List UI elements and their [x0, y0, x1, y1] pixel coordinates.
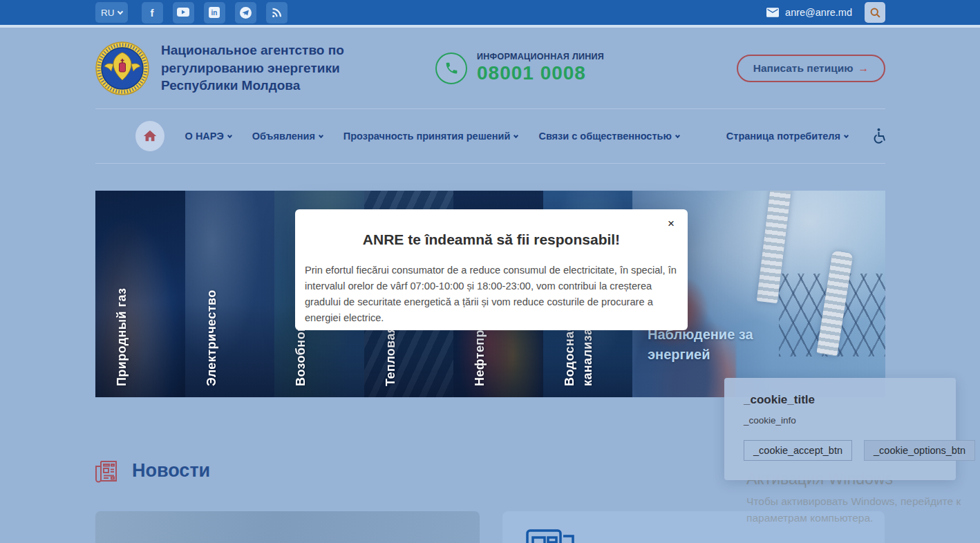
home-button[interactable]	[135, 121, 164, 151]
hero-tile-electricity[interactable]: Электричество	[185, 191, 275, 397]
nav-label: Страница потребителя	[726, 131, 840, 142]
accessibility-button[interactable]	[870, 128, 885, 144]
news-card[interactable]	[502, 511, 885, 543]
cookie-accept-button[interactable]: _cookie_accept_btn	[744, 440, 852, 461]
telegram-icon	[240, 7, 252, 19]
nav-item-about[interactable]: О НАРЭ	[185, 131, 232, 142]
modal-close-button[interactable]: ×	[668, 218, 675, 229]
cookie-title: _cookie_title	[744, 393, 936, 407]
cookie-banner: _cookie_title _cookie_info _cookie_accep…	[724, 378, 956, 480]
browser-windows-icon	[526, 529, 576, 543]
email-link[interactable]: anre@anre.md	[766, 7, 852, 18]
svg-text:in: in	[211, 9, 218, 17]
language-label: RU	[101, 8, 115, 18]
arrow-right-icon: →	[858, 62, 869, 75]
home-icon	[142, 128, 158, 144]
hero-tile-natural-gas[interactable]: Природный газ	[95, 191, 185, 397]
site-header: Национальное агентство по регулированию …	[95, 28, 885, 108]
main-nav: О НАРЭ Объявления Прозрачность принятия …	[95, 108, 885, 164]
rss-icon	[271, 7, 283, 19]
nav-label: Связи с общественностью	[538, 131, 671, 142]
responsibility-modal: × ANRE te îndeamnă să fii responsabil! P…	[295, 209, 688, 330]
phone-circle	[435, 53, 467, 84]
language-selector[interactable]: RU	[95, 2, 128, 23]
search-icon	[869, 7, 881, 19]
nav-item-transparency[interactable]: Прозрачность принятия решений	[343, 131, 518, 142]
modal-title: ANRE te îndeamnă să fii responsabil!	[295, 231, 688, 248]
top-bar: RU f in	[0, 0, 980, 25]
facebook-icon: f	[151, 8, 154, 18]
nav-item-announcements[interactable]: Объявления	[252, 131, 323, 142]
hotline-number: 08001 0008	[477, 62, 604, 84]
chevron-down-icon	[513, 133, 518, 138]
phone-icon	[444, 61, 459, 75]
nav-label: Объявления	[252, 131, 315, 142]
facebook-button[interactable]: f	[142, 2, 163, 23]
linkedin-icon: in	[209, 7, 220, 18]
header-divider	[0, 25, 980, 28]
rss-button[interactable]	[266, 2, 288, 23]
chevron-down-icon	[117, 8, 122, 14]
page: RU f in	[0, 0, 980, 543]
agency-logo[interactable]	[95, 41, 149, 95]
hotline: ИНФОРМАЦИОННАЯ ЛИНИЯ 08001 0008	[435, 52, 604, 84]
youtube-button[interactable]	[173, 2, 194, 23]
modal-body: Prin efortul fiecărui consumator de a re…	[295, 263, 688, 326]
petition-button[interactable]: Написать петицию →	[737, 55, 885, 82]
chevron-down-icon	[675, 133, 680, 138]
chevron-down-icon	[319, 133, 323, 138]
news-cards	[95, 511, 885, 543]
newspaper-icon	[95, 459, 118, 483]
nav-item-consumer-page[interactable]: Страница потребителя	[726, 131, 848, 142]
accessibility-icon	[870, 128, 885, 144]
slide-title: Наблюдение за энергией	[648, 325, 796, 364]
email-text: anre@anre.md	[785, 7, 852, 18]
cookie-options-button[interactable]: _cookie_options_btn	[864, 440, 975, 461]
search-button[interactable]	[865, 2, 885, 23]
nav-label: Прозрачность принятия решений	[343, 131, 511, 142]
nav-item-public-relations[interactable]: Связи с общественностью	[538, 131, 679, 142]
youtube-icon	[177, 8, 189, 17]
telegram-button[interactable]	[235, 2, 256, 23]
chevron-down-icon	[227, 133, 232, 138]
news-card-image[interactable]	[95, 511, 480, 543]
tile-label: Электричество	[203, 191, 221, 386]
nav-label: О НАРЭ	[185, 131, 224, 142]
chevron-down-icon	[844, 133, 849, 138]
hotline-label: ИНФОРМАЦИОННАЯ ЛИНИЯ	[477, 52, 604, 61]
petition-label: Написать петицию	[753, 62, 854, 75]
email-icon	[766, 8, 779, 17]
news-heading: Новости	[132, 460, 210, 482]
cookie-info: _cookie_info	[744, 415, 936, 426]
site-title: Национальное агентство по регулированию …	[161, 41, 372, 94]
tile-label: Природный газ	[113, 191, 131, 386]
social-links: f in	[142, 2, 288, 23]
linkedin-button[interactable]: in	[204, 2, 225, 23]
